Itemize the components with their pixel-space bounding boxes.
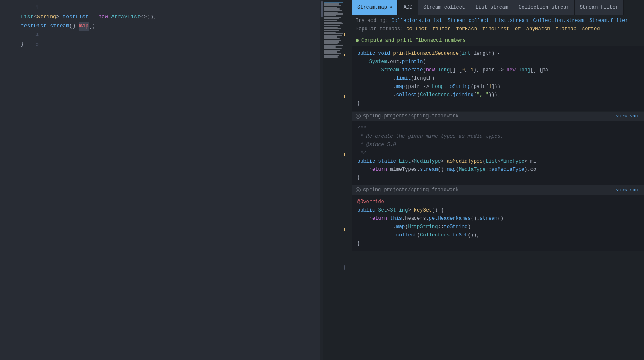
ai-dot-icon bbox=[356, 39, 359, 42]
tab-collection-stream[interactable]: Collection stream bbox=[513, 0, 574, 15]
github-icon-2: ⊙ bbox=[356, 187, 361, 192]
code-block-2: /** * Re-create the given mime types as … bbox=[352, 121, 644, 185]
source-header-2: ⊙ spring-projects/spring-framework view … bbox=[352, 185, 644, 195]
popular-methods-label: Popular methods: bbox=[356, 26, 403, 32]
add-tab-button[interactable]: ADD bbox=[398, 2, 419, 13]
code-block-3: @Override public Set<String> keySet() { … bbox=[352, 195, 644, 251]
suggestion-collection-stream[interactable]: Collection.stream bbox=[533, 18, 584, 24]
scroll-marker-2 bbox=[344, 54, 345, 56]
source-2-org: spring-projects/spring-framework bbox=[363, 187, 458, 193]
text-cursor bbox=[95, 23, 95, 29]
code-line-3: 3 testList.stream().map() bbox=[21, 22, 323, 31]
try-adding-label: Try adding: bbox=[356, 18, 388, 24]
method-flatmap[interactable]: flatMap bbox=[556, 26, 576, 32]
tab-list-stream-label: List stream bbox=[475, 5, 508, 10]
scroll-thumb[interactable] bbox=[321, 1, 323, 17]
source-1-left: ⊙ spring-projects/spring-framework bbox=[356, 113, 458, 119]
method-of[interactable]: of bbox=[515, 26, 521, 32]
tab-stream-filter-label: Stream filter bbox=[580, 5, 619, 10]
tab-stream-map[interactable]: Stream.map × bbox=[352, 0, 398, 15]
source-header-1: ⊙ spring-projects/spring-framework view … bbox=[352, 112, 644, 121]
scroll-marker-4 bbox=[344, 153, 345, 156]
suggestion-bar: Try adding: Collectors.toList Stream.col… bbox=[352, 15, 644, 35]
editor-content: 1 2 List<String> testList = new ArrayLis… bbox=[0, 0, 323, 52]
tab-collection-stream-label: Collection stream bbox=[518, 5, 569, 10]
tab-close-icon[interactable]: × bbox=[390, 5, 392, 10]
method-sorted[interactable]: sorted bbox=[582, 26, 600, 32]
suggestion-stream-filter[interactable]: Stream.filter bbox=[589, 18, 628, 24]
tab-list-stream[interactable]: List stream bbox=[470, 0, 513, 15]
method-collect[interactable]: collect bbox=[406, 26, 427, 32]
code-line-1: 1 bbox=[21, 3, 323, 12]
suggestion-collectors-tolist[interactable]: Collectors.toList bbox=[391, 18, 442, 24]
source-2-left: ⊙ spring-projects/spring-framework bbox=[356, 187, 458, 193]
code-line-4: 4 bbox=[21, 31, 323, 40]
tabs-bar: Stream.map × ADD Stream collect List str… bbox=[352, 0, 644, 15]
minimap-lines bbox=[323, 0, 346, 60]
source-1-org: spring-projects/spring-framework bbox=[363, 113, 458, 119]
code-line-2: 2 List<String> testList = new ArrayList<… bbox=[21, 12, 323, 22]
code-editor[interactable]: 1 2 List<String> testList = new ArrayLis… bbox=[0, 0, 323, 360]
code-line-5: 5 } bbox=[21, 40, 323, 49]
method-foreach[interactable]: forEach bbox=[456, 26, 477, 32]
view-source-1[interactable]: view sour bbox=[616, 114, 641, 119]
scroll-thumb-minimap[interactable] bbox=[344, 265, 345, 270]
tab-stream-collect-label: Stream collect bbox=[423, 5, 465, 10]
tab-stream-map-label: Stream.map bbox=[357, 5, 387, 10]
ai-result-label: Compute and print fibonacci numbers bbox=[361, 38, 466, 44]
scroll-marker-5 bbox=[344, 228, 345, 231]
minimap bbox=[323, 0, 346, 360]
results-content[interactable]: Compute and print fibonacci numbers publ… bbox=[352, 35, 644, 360]
tab-stream-filter[interactable]: Stream filter bbox=[575, 0, 624, 15]
ai-result-header: Compute and print fibonacci numbers bbox=[352, 35, 644, 46]
method-findfirst[interactable]: findFirst bbox=[482, 26, 509, 32]
results-pane: Stream.map × ADD Stream collect List str… bbox=[352, 0, 644, 360]
editor-scrollbar[interactable] bbox=[320, 0, 323, 360]
ai-code-block: public void printFibonacciSequence(int l… bbox=[352, 46, 644, 111]
method-filter[interactable]: filter bbox=[433, 26, 450, 32]
suggestion-list-stream[interactable]: List.stream bbox=[495, 18, 528, 24]
scroll-marker-3 bbox=[344, 95, 345, 98]
ai-result-block: Compute and print fibonacci numbers publ… bbox=[352, 35, 644, 111]
scroll-marker-1 bbox=[344, 33, 345, 36]
suggestion-stream-collect[interactable]: Stream.collect bbox=[448, 18, 489, 24]
github-icon-1: ⊙ bbox=[356, 114, 361, 119]
view-source-2[interactable]: view sour bbox=[616, 187, 641, 192]
method-anymatch[interactable]: anyMatch bbox=[526, 26, 550, 32]
tab-stream-collect[interactable]: Stream collect bbox=[418, 0, 470, 15]
